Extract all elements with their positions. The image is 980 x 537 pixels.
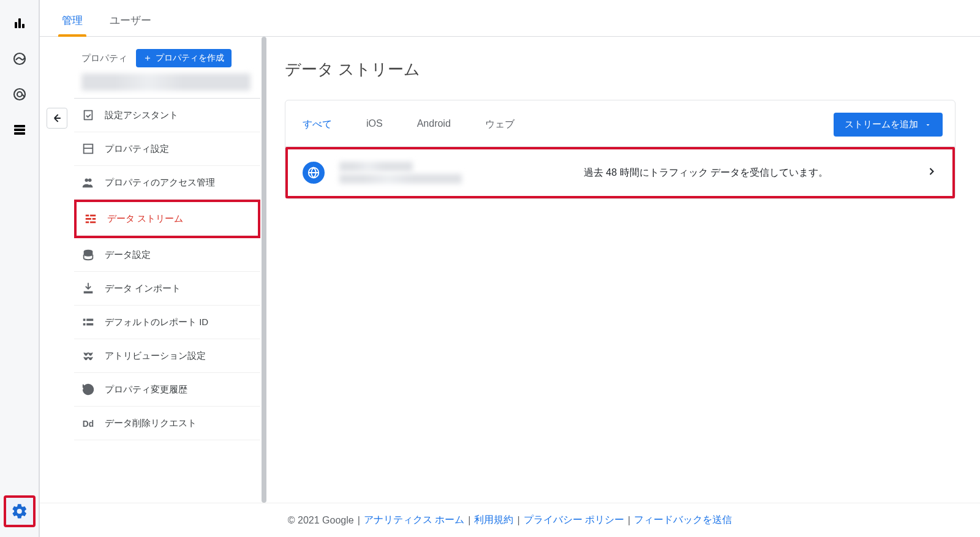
svg-rect-16 bbox=[90, 222, 96, 223]
stream-name-redacted bbox=[339, 159, 486, 186]
nav-access-management[interactable]: プロパティのアクセス管理 bbox=[74, 166, 260, 200]
svg-rect-14 bbox=[92, 218, 96, 220]
globe-icon bbox=[303, 162, 325, 184]
property-nav: 設定アシスタント プロパティ設定 プロパティのアクセス管理 データ ストリーム bbox=[74, 98, 260, 440]
streams-card-header: すべて iOS Android ウェブ ストリームを追加 bbox=[285, 100, 955, 147]
filter-web[interactable]: ウェブ bbox=[485, 118, 514, 131]
svg-rect-0 bbox=[15, 22, 17, 28]
create-property-label: プロパティを作成 bbox=[156, 53, 224, 64]
nav-label: プロパティ設定 bbox=[105, 143, 169, 155]
explore-icon[interactable] bbox=[11, 50, 28, 67]
tab-admin[interactable]: 管理 bbox=[62, 13, 83, 36]
svg-rect-15 bbox=[86, 222, 89, 223]
content-area: データ ストリーム すべて iOS Android ウェブ ストリームを追加 bbox=[260, 37, 980, 503]
nav-label: データ設定 bbox=[105, 249, 151, 261]
top-tabs: 管理 ユーザー bbox=[40, 0, 980, 37]
stream-row[interactable]: 過去 48 時間にトラフィック データを受信しています。 bbox=[288, 149, 952, 196]
footer-link-terms[interactable]: 利用規約 bbox=[474, 514, 513, 527]
nav-delete-request[interactable]: Dd データ削除リクエスト bbox=[74, 407, 260, 440]
svg-rect-6 bbox=[14, 125, 25, 127]
streams-card: すべて iOS Android ウェブ ストリームを追加 bbox=[285, 100, 956, 199]
stream-row-highlight: 過去 48 時間にトラフィック データを受信しています。 bbox=[285, 147, 955, 198]
svg-rect-8 bbox=[14, 132, 25, 135]
nav-data-import[interactable]: データ インポート bbox=[74, 272, 260, 306]
property-name-redacted bbox=[81, 73, 251, 91]
svg-point-4 bbox=[14, 89, 25, 100]
nav-label: プロパティのアクセス管理 bbox=[105, 177, 215, 189]
svg-text:Dd: Dd bbox=[83, 419, 94, 429]
gear-icon[interactable] bbox=[11, 503, 28, 520]
svg-rect-21 bbox=[86, 323, 93, 326]
chevron-right-icon bbox=[925, 165, 938, 180]
filter-ios[interactable]: iOS bbox=[366, 118, 383, 131]
nav-report-id[interactable]: デフォルトのレポート ID bbox=[74, 306, 260, 339]
back-strip bbox=[40, 37, 74, 503]
nav-setup-assistant[interactable]: 設定アシスタント bbox=[74, 99, 260, 132]
advertising-icon[interactable] bbox=[11, 86, 28, 103]
create-property-button[interactable]: プロパティを作成 bbox=[136, 49, 232, 67]
nav-label: デフォルトのレポート ID bbox=[105, 317, 208, 328]
admin-gear-highlight bbox=[4, 495, 36, 527]
svg-point-10 bbox=[88, 179, 92, 182]
svg-rect-11 bbox=[86, 215, 89, 217]
nav-label: アトリビューション設定 bbox=[105, 350, 206, 362]
svg-point-5 bbox=[17, 92, 22, 97]
nav-property-settings[interactable]: プロパティ設定 bbox=[74, 132, 260, 166]
footer-copyright: © 2021 Google bbox=[288, 515, 354, 526]
nav-label: データ インポート bbox=[105, 283, 181, 295]
page-title: データ ストリーム bbox=[285, 59, 956, 80]
left-rail bbox=[0, 0, 39, 537]
nav-change-history[interactable]: プロパティ変更履歴 bbox=[74, 373, 260, 407]
tab-user[interactable]: ユーザー bbox=[110, 13, 151, 36]
add-stream-label: ストリームを追加 bbox=[845, 119, 918, 130]
property-label: プロパティ bbox=[81, 53, 127, 64]
nav-data-streams[interactable]: データ ストリーム bbox=[77, 202, 258, 236]
property-column: プロパティ プロパティを作成 設定アシスタント プロパティ設定 bbox=[74, 37, 260, 503]
nav-label: 設定アシスタント bbox=[105, 110, 178, 121]
reports-icon[interactable] bbox=[11, 15, 28, 32]
svg-rect-12 bbox=[90, 215, 96, 217]
back-button[interactable] bbox=[47, 108, 67, 129]
svg-rect-20 bbox=[83, 323, 86, 326]
nav-scrollbar[interactable] bbox=[262, 37, 266, 503]
stream-status: 過去 48 時間にトラフィック データを受信しています。 bbox=[501, 167, 911, 179]
footer-link-home[interactable]: アナリティクス ホーム bbox=[364, 514, 464, 527]
footer-link-privacy[interactable]: プライバシー ポリシー bbox=[524, 514, 624, 527]
configure-icon[interactable] bbox=[11, 121, 28, 138]
nav-label: データ削除リクエスト bbox=[105, 418, 197, 429]
svg-rect-1 bbox=[18, 18, 21, 28]
add-stream-button[interactable]: ストリームを追加 bbox=[834, 113, 943, 137]
svg-rect-13 bbox=[86, 218, 91, 220]
nav-attribution[interactable]: アトリビューション設定 bbox=[74, 339, 260, 373]
svg-point-9 bbox=[85, 179, 89, 182]
svg-rect-2 bbox=[22, 24, 24, 28]
nav-label: データ ストリーム bbox=[107, 213, 183, 225]
filter-android[interactable]: Android bbox=[417, 118, 451, 131]
svg-rect-7 bbox=[14, 129, 25, 131]
nav-data-streams-highlight: データ ストリーム bbox=[74, 200, 260, 238]
svg-rect-19 bbox=[86, 319, 93, 321]
footer-link-feedback[interactable]: フィードバックを送信 bbox=[634, 514, 732, 527]
svg-rect-18 bbox=[83, 319, 86, 321]
footer: © 2021 Google | アナリティクス ホーム | 利用規約 | プライ… bbox=[40, 503, 980, 537]
nav-data-settings[interactable]: データ設定 bbox=[74, 238, 260, 272]
filter-all[interactable]: すべて bbox=[303, 118, 332, 131]
nav-label: プロパティ変更履歴 bbox=[105, 384, 187, 396]
main-area: 管理 ユーザー プロパティ プロパティを作成 bbox=[39, 0, 980, 537]
